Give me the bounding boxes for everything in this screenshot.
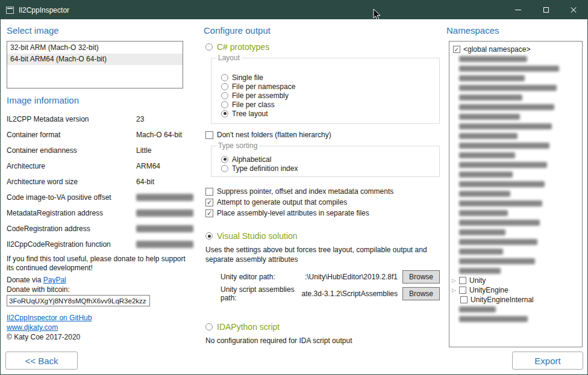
namespace-item[interactable]: ✓<global namespace>	[449, 45, 582, 54]
namespace-item[interactable]	[449, 93, 582, 102]
radio-option[interactable]: Type definition index	[221, 164, 439, 173]
browse-script-assemblies-button[interactable]: Browse	[402, 287, 440, 300]
radio-option[interactable]: Single file	[221, 73, 439, 82]
redacted-namespace	[459, 133, 518, 139]
unity-script-assemblies-value[interactable]: ate.3d-3.1.2\ScriptAssemblies	[302, 290, 402, 298]
radio-option[interactable]: File per class	[221, 100, 439, 109]
radio-indicator	[205, 323, 213, 330]
namespace-item[interactable]	[449, 112, 582, 122]
configure-output-panel: Configure output C# prototypes Layout Si…	[204, 19, 442, 375]
redacted-namespace	[459, 239, 537, 245]
radio-label: File per assembly	[232, 91, 289, 100]
maximize-button[interactable]	[532, 1, 560, 19]
github-link[interactable]: Il2CppInspector on GitHub	[7, 314, 92, 322]
info-key: Architecture word size	[7, 178, 78, 186]
radio-indicator	[221, 101, 228, 108]
redacted-namespace	[459, 123, 552, 129]
website-link[interactable]: www.djkaty.com	[7, 323, 58, 332]
type-sorting-group-title: Type sorting	[216, 141, 259, 150]
namespace-item[interactable]: ▷Unity	[449, 276, 582, 285]
image-listbox[interactable]: 32-bit ARM (Mach-O 32-bit)64-bit ARM64 (…	[7, 41, 183, 88]
redacted-namespace	[459, 172, 513, 178]
namespace-item[interactable]	[449, 179, 582, 189]
namespace-list[interactable]: ✓<global namespace>▷Unity▷UnityEngineUni…	[449, 41, 583, 347]
app-icon	[6, 7, 14, 14]
idapython-description: No configuration required for IDA script…	[205, 336, 352, 345]
info-row: Container formatMach-O 64-bit	[7, 128, 189, 143]
image-list-item[interactable]: 32-bit ARM (Mach-O 32-bit)	[7, 42, 183, 54]
namespace-item[interactable]	[449, 73, 582, 83]
visual-studio-solution-label: Visual Studio solution	[217, 231, 298, 241]
namespace-checkbox[interactable]: ✓	[453, 46, 460, 53]
radio-option[interactable]: File per assembly	[221, 91, 439, 100]
namespace-checkbox[interactable]	[459, 287, 466, 294]
namespace-item[interactable]	[449, 247, 582, 256]
namespace-item[interactable]	[449, 199, 582, 208]
namespace-label: UnityEngineInternal	[471, 296, 534, 304]
minimize-button[interactable]	[504, 1, 532, 19]
option-checkbox[interactable]: ✓Attempt to generate output that compile…	[205, 197, 393, 208]
namespace-item[interactable]	[449, 83, 582, 93]
namespace-item[interactable]	[449, 64, 582, 73]
radio-label: File per class	[232, 101, 275, 109]
radio-label: File per namespace	[232, 82, 295, 91]
namespace-item[interactable]	[449, 228, 582, 237]
namespace-item[interactable]	[449, 237, 582, 247]
namespace-item[interactable]	[449, 102, 582, 112]
namespace-item[interactable]	[449, 160, 582, 170]
info-value-redacted	[136, 194, 193, 201]
namespace-item[interactable]: ▷UnityEngine	[449, 285, 582, 295]
option-checkbox[interactable]: Suppress pointer, offset and index metad…	[205, 186, 393, 197]
donate-via-text: Donate via	[7, 276, 43, 284]
namespace-item[interactable]	[449, 141, 582, 150]
namespace-item[interactable]: UnityEngineInternal	[449, 295, 582, 305]
namespace-item[interactable]	[449, 54, 582, 64]
redacted-namespace	[459, 210, 508, 216]
namespace-item[interactable]	[449, 122, 582, 131]
export-button[interactable]: Export	[512, 352, 583, 370]
namespace-checkbox[interactable]	[460, 296, 468, 303]
idapython-script-radio[interactable]: IDAPython script	[205, 322, 280, 332]
namespace-item[interactable]	[449, 256, 582, 266]
info-key: Architecture	[7, 162, 45, 170]
close-button[interactable]	[560, 1, 587, 19]
redacted-namespace	[459, 152, 515, 158]
namespace-item[interactable]	[449, 208, 582, 218]
redacted-namespace	[459, 75, 525, 81]
namespace-item[interactable]	[449, 170, 582, 179]
namespace-item[interactable]	[449, 305, 582, 314]
namespace-item[interactable]	[449, 266, 582, 276]
flatten-checkbox[interactable]: Don't nest folders (flatten hierarchy)	[205, 129, 331, 140]
browse-editor-path-button[interactable]: Browse	[402, 270, 440, 284]
unity-script-assemblies-row: Unity script assemblies path: ate.3d-3.1…	[220, 287, 440, 300]
namespace-label: UnityEngine	[469, 286, 508, 294]
visual-studio-solution-radio[interactable]: Visual Studio solution	[205, 231, 298, 241]
radio-indicator	[221, 92, 228, 99]
info-row: Il2CppCodeRegistration function	[7, 237, 189, 253]
csharp-prototypes-radio[interactable]: C# prototypes	[205, 42, 269, 52]
expander-icon[interactable]: ▷	[452, 287, 459, 293]
namespace-item[interactable]	[449, 131, 582, 141]
option-checkbox[interactable]: ✓Place assembly-level attributes in sepa…	[205, 208, 393, 218]
namespace-item[interactable]	[449, 150, 582, 160]
namespace-checkbox[interactable]	[459, 277, 466, 284]
info-key: IL2CPP Metadata version	[7, 115, 89, 123]
image-list-item[interactable]: 64-bit ARM64 (Mach-O 64-bit)	[7, 54, 183, 65]
bitcoin-address-field[interactable]	[7, 295, 150, 306]
redacted-namespace	[459, 95, 522, 101]
info-key: Container format	[7, 131, 60, 139]
back-button[interactable]: << Back	[5, 352, 78, 370]
paypal-link[interactable]: PayPal	[43, 276, 66, 284]
namespace-item[interactable]	[449, 218, 582, 228]
flatten-checkbox-slot: Don't nest folders (flatten hierarchy)	[205, 129, 331, 140]
redacted-namespace	[459, 316, 528, 322]
unity-editor-path-value[interactable]: :\Unity\Hub\Editor\2019.2.8f1	[305, 273, 402, 281]
namespace-item[interactable]	[449, 189, 582, 199]
redacted-namespace	[459, 249, 503, 255]
expander-icon[interactable]: ▷	[452, 277, 459, 284]
namespace-item[interactable]	[449, 314, 582, 324]
radio-option[interactable]: Tree layout	[221, 109, 439, 118]
radio-option[interactable]: Alphabetical	[221, 155, 439, 164]
redacted-namespace	[459, 200, 542, 206]
radio-option[interactable]: File per namespace	[221, 82, 439, 91]
